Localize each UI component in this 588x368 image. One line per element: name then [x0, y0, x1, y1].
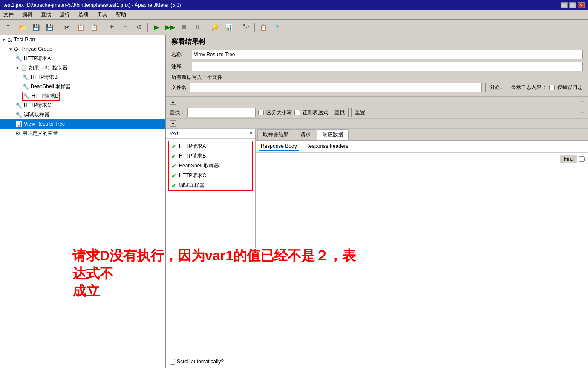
regex-label: 正则表达式 [303, 109, 328, 116]
close-button[interactable]: ✕ [578, 2, 585, 8]
search-input[interactable] [187, 108, 256, 117]
http-d-red-border: 🔧 HTTP请求D [22, 92, 60, 101]
window-controls: ─ □ ✕ [561, 2, 585, 8]
menu-search[interactable]: 查找 [39, 10, 53, 19]
tree-item-test-plan[interactable]: ▼ 🗂 Test Plan [0, 35, 165, 44]
file-name-input[interactable] [190, 83, 482, 92]
tree-item-thread-group[interactable]: ▼ ⚙ Thread Group [0, 44, 165, 54]
minimize-button[interactable]: ─ [561, 2, 568, 8]
start-button[interactable]: ▶ [150, 22, 162, 33]
result-item-debug[interactable]: ✔ 调试取样器 [169, 181, 252, 190]
tab-response-data[interactable]: 响应数据 [317, 129, 349, 140]
check-icon-bsh: ✔ [171, 163, 176, 170]
left-panel: ▼ 🗂 Test Plan ▼ ⚙ Thread Group 🔧 HTTP请求A… [0, 35, 166, 368]
result-label-beanshell: BeanShell 取样器 [179, 162, 219, 170]
menu-file[interactable]: 文件 [2, 10, 15, 19]
result-item-beanshell[interactable]: ✔ BeanShell 取样器 [169, 161, 252, 171]
sub-tab-body[interactable]: Response Body [259, 142, 299, 151]
toolbar-3: ▼ ··· [166, 119, 588, 129]
text-dropdown[interactable]: Text ▼ [166, 129, 255, 139]
panel-header: 察看结果树 名称： 注释： 所有数据写入一个文件 文件名 浏览... 显示日志内… [166, 35, 588, 97]
comment-input[interactable] [192, 62, 583, 71]
tab-request[interactable]: 请求 [295, 129, 316, 140]
maximize-button[interactable]: □ [569, 2, 576, 8]
cut-button[interactable]: ✂ [61, 22, 73, 33]
if-controller-icon: 📋 [20, 65, 27, 71]
user-vars-label: 用户定义的变量 [22, 130, 58, 137]
find-button[interactable]: 查找 [331, 108, 349, 117]
result-item-http-a[interactable]: ✔ HTTP请求A [169, 141, 252, 151]
tree-item-beanshell[interactable]: 🔧 BeanShell 取样器 [0, 82, 165, 91]
tree-item-view-results[interactable]: 📊 View Results Tree [0, 119, 165, 129]
dots-3: ··· [580, 121, 585, 126]
name-input[interactable] [192, 50, 583, 59]
case-sensitive-label: 区分大小写 [266, 109, 292, 116]
add-button[interactable]: + [106, 22, 118, 33]
save-button[interactable]: 💾 [30, 22, 42, 33]
expand-arrow-if: ▼ [15, 66, 20, 70]
menu-tools[interactable]: 工具 [95, 10, 109, 19]
regex-checkbox[interactable] [294, 110, 300, 115]
result-item-http-b[interactable]: ✔ HTTP请求B [169, 151, 252, 161]
function-helper-button[interactable]: 📋 [257, 22, 269, 33]
menu-options[interactable]: 选项 [77, 10, 90, 19]
result-label-http-a: HTTP请求A [179, 143, 206, 150]
tab-sampler-result[interactable]: 取样器结果 [257, 129, 294, 140]
tree-item-http-d[interactable]: 🔧 HTTP请求D [0, 91, 165, 101]
results-list-bordered: ✔ HTTP请求A ✔ HTTP请求B ✔ BeanShell 取样器 ✔ HT… [168, 141, 253, 191]
tree-item-http-c[interactable]: 🔧 HTTP请求C [0, 101, 165, 110]
copy-button[interactable]: 📋 [75, 22, 86, 33]
results-panel: Text ▼ ✔ HTTP请求A ✔ HTTP请求B ✔ BeanSh [166, 129, 256, 248]
tree-item-http-b[interactable]: 🔧 HTTP请求B [0, 72, 165, 82]
new-button[interactable]: 🗋 [3, 22, 14, 33]
help-button[interactable]: ? [271, 22, 283, 33]
view-results-icon: 📊 [15, 121, 22, 127]
start-no-pause-button[interactable]: ▶▶ [164, 22, 176, 33]
undo-button[interactable]: ↺ [133, 22, 145, 33]
save-as-button[interactable]: 💾 [43, 22, 55, 33]
tree-item-debug-sampler[interactable]: 🔧 调试取样器 [0, 110, 165, 119]
case-sensitive-checkbox[interactable] [258, 110, 264, 115]
main-layout: ▼ 🗂 Test Plan ▼ ⚙ Thread Group 🔧 HTTP请求A… [0, 35, 588, 368]
file-row: 文件名 浏览... 显示日志内容： 仅错误日志 [171, 83, 583, 92]
stop-button[interactable]: ⏹ [178, 22, 190, 33]
tree-item-user-vars[interactable]: ⚙ 用户定义的变量 [0, 129, 165, 138]
find-in-body-button[interactable]: Find [560, 155, 577, 163]
scroll-auto-checkbox[interactable] [170, 359, 175, 365]
panel-resize-handle[interactable]: ⋮ [166, 189, 167, 193]
panel-title: 察看结果树 [171, 37, 583, 46]
browse-button[interactable]: 浏览... [485, 83, 507, 92]
comment-label: 注释： [171, 63, 188, 70]
result-item-http-c[interactable]: ✔ HTTP请求C [169, 171, 252, 181]
tree-item-if-controller[interactable]: ▼ 📋 如果（If）控制器 [0, 63, 165, 72]
clear-all-button[interactable]: 📊 [222, 22, 234, 33]
open-button[interactable]: 📂 [16, 22, 28, 33]
http-d-icon: 🔧 [23, 93, 30, 99]
reset-button[interactable]: 重置 [351, 108, 369, 117]
menu-edit[interactable]: 编辑 [20, 10, 34, 19]
file-name-label: 文件名 [171, 84, 187, 91]
remove-button[interactable]: − [119, 22, 131, 33]
paste-button[interactable]: 📋 [88, 22, 100, 33]
thread-group-label: Thread Group [20, 46, 52, 52]
menu-run[interactable]: 运行 [58, 10, 72, 19]
shutdown-button[interactable]: ⏸ [191, 22, 203, 33]
test-plan-icon: 🗂 [7, 37, 12, 43]
http-c-icon: 🔧 [15, 102, 22, 109]
scroll-auto-row: Scroll automatically? [170, 359, 224, 365]
check-icon-b: ✔ [171, 153, 176, 160]
scroll-down-button[interactable]: ▼ [170, 120, 176, 127]
check-icon-c: ✔ [171, 172, 176, 179]
comment-row: 注释： [171, 62, 583, 71]
separator-6 [254, 23, 255, 32]
sub-tab-headers[interactable]: Response headers [304, 142, 350, 151]
menu-help[interactable]: 帮助 [114, 10, 128, 19]
error-only-checkbox[interactable] [549, 85, 555, 90]
tree-item-http-a[interactable]: 🔧 HTTP请求A [0, 54, 165, 63]
scroll-auto-label: Scroll automatically? [177, 359, 224, 365]
scroll-up-button[interactable]: ▲ [170, 98, 176, 105]
search-button[interactable]: 🔭 [240, 22, 252, 33]
log-display: 显示日志内容： 仅错误日志 [511, 84, 583, 91]
find-checkbox[interactable] [579, 156, 585, 162]
clear-button[interactable]: 🔑 [209, 22, 221, 33]
